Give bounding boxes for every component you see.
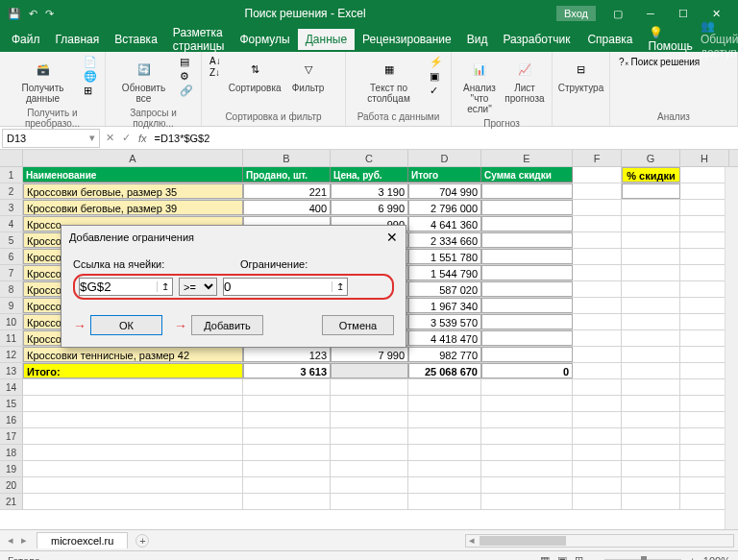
view-normal-icon[interactable]: ▦ [540, 554, 550, 560]
sort-az-icon[interactable]: A↓ [209, 56, 221, 66]
sheet-nav-prev[interactable]: ◂ [4, 534, 17, 547]
tab-help[interactable]: Справка [579, 29, 640, 50]
add-sheet-button[interactable]: + [135, 534, 149, 548]
ribbon-options-icon[interactable]: ▢ [603, 8, 632, 20]
group-label: Работа с данными [354, 111, 443, 122]
tab-developer[interactable]: Разработчик [495, 29, 578, 50]
tab-home[interactable]: Главная [48, 29, 108, 50]
col-header[interactable]: F [573, 150, 622, 166]
save-icon[interactable]: 💾 [8, 8, 21, 20]
zoom-out-icon[interactable]: − [591, 555, 597, 561]
formula-input[interactable] [151, 132, 738, 145]
col-header[interactable]: H [680, 150, 729, 166]
close-icon[interactable]: ✕ [701, 8, 730, 20]
tab-insert[interactable]: Вставка [107, 29, 165, 50]
sort-icon: ⇅ [243, 58, 266, 81]
from-table-icon[interactable]: ⊞ [84, 85, 97, 97]
arrow-annotation: → [73, 318, 86, 333]
cancel-formula-icon[interactable]: ✕ [106, 132, 114, 144]
group-label: Прогноз [459, 118, 544, 129]
view-break-icon[interactable]: ⊞ [575, 554, 583, 560]
fx-icon[interactable]: fx [135, 133, 151, 144]
validation-icon[interactable]: ✓ [430, 85, 443, 97]
col-header[interactable]: B [243, 150, 331, 166]
view-layout-icon[interactable]: ▣ [557, 554, 567, 560]
add-button[interactable]: Добавить [191, 315, 263, 335]
name-box[interactable]: D13▾ [2, 129, 100, 148]
filter-button[interactable]: ▽ Фильтр [289, 56, 328, 95]
group-label: Получить и преобразо... [8, 108, 97, 129]
remove-dup-icon[interactable]: ▣ [430, 70, 443, 83]
zoom-level[interactable]: 100% [703, 555, 730, 561]
group-label: Анализ [618, 111, 729, 122]
tab-review[interactable]: Рецензирование [355, 29, 459, 50]
cancel-button[interactable]: Отмена [322, 315, 394, 335]
login-button[interactable]: Вход [556, 6, 596, 21]
zoom-in-icon[interactable]: + [689, 555, 695, 561]
text-columns-icon: ▦ [378, 58, 401, 81]
structure-button[interactable]: ⊟ Структура [560, 56, 602, 95]
from-text-icon[interactable]: 📄 [84, 56, 97, 68]
dialog-title: Добавление ограничения [69, 231, 194, 243]
links-icon[interactable]: 🔗 [180, 85, 193, 97]
group-label: Сортировка и фильтр [209, 111, 337, 122]
sort-button[interactable]: ⇅ Сортировка [227, 56, 283, 95]
ok-button[interactable]: ОК [90, 315, 162, 335]
tab-data[interactable]: Данные [298, 29, 355, 50]
queries-icon[interactable]: ▤ [180, 56, 193, 68]
undo-icon[interactable]: ↶ [29, 8, 37, 20]
database-icon: 🗃️ [32, 58, 55, 81]
refresh-button[interactable]: 🔄 Обновить все [113, 56, 174, 106]
redo-icon[interactable]: ↷ [45, 8, 54, 20]
add-constraint-dialog: Добавление ограничения ✕ Ссылка на ячейк… [61, 225, 406, 348]
sheet-tab[interactable]: microexcel.ru [37, 532, 128, 548]
col-header[interactable]: G [622, 150, 680, 166]
horizontal-scrollbar[interactable]: ◂ [465, 534, 734, 548]
sort-za-icon[interactable]: Z↓ [209, 67, 221, 78]
accept-formula-icon[interactable]: ✓ [122, 132, 131, 144]
funnel-icon: ▽ [297, 58, 320, 81]
share-button[interactable]: 👥 Общий доступ [701, 19, 738, 60]
constraint-input[interactable]: ↥ [223, 278, 348, 296]
dialog-close-icon[interactable]: ✕ [386, 230, 398, 245]
solver-icon: ?ₓ [619, 57, 628, 67]
get-data-button[interactable]: 🗃️ Получить данные [8, 56, 78, 106]
text-to-columns-button[interactable]: ▦ Текст по столбцам [354, 56, 424, 106]
whatif-icon: 📊 [468, 58, 491, 81]
collapse-icon[interactable]: ↥ [157, 281, 172, 292]
vertical-scrollbar[interactable] [725, 167, 738, 529]
constraint-label: Ограничение: [240, 258, 308, 270]
refresh-icon: 🔄 [133, 58, 156, 81]
sheet-nav-next[interactable]: ▸ [17, 534, 31, 547]
flash-fill-icon[interactable]: ⚡ [430, 56, 443, 68]
status-text: Готово [8, 555, 40, 561]
operator-select[interactable]: >= [179, 278, 217, 296]
tab-view[interactable]: Вид [459, 29, 496, 50]
forecast-icon: 📈 [513, 58, 536, 81]
tab-file[interactable]: Файл [4, 29, 48, 50]
col-header[interactable]: D [408, 150, 481, 166]
group-label: Запросы и подклю... [113, 108, 193, 129]
col-header[interactable]: E [481, 150, 573, 166]
cell-ref-label: Ссылка на ячейки: [73, 258, 186, 270]
collapse-icon[interactable]: ↥ [332, 281, 347, 292]
minimize-icon[interactable]: ─ [636, 8, 665, 20]
arrow-annotation: → [174, 318, 187, 333]
select-all-corner[interactable] [0, 150, 23, 166]
tab-formulas[interactable]: Формулы [232, 29, 297, 50]
col-header[interactable]: C [331, 150, 408, 166]
maximize-icon[interactable]: ☐ [669, 8, 698, 20]
cell-ref-input[interactable]: ↥ [79, 278, 173, 296]
group-icon: ⊟ [570, 58, 593, 81]
properties-icon[interactable]: ⚙ [180, 70, 193, 83]
col-header[interactable]: A [23, 150, 243, 166]
from-web-icon[interactable]: 🌐 [84, 70, 97, 83]
whatif-button[interactable]: 📊 Анализ "что если" [459, 56, 500, 116]
forecast-button[interactable]: 📈 Лист прогноза [505, 56, 544, 106]
app-title: Поиск решения - Excel [54, 7, 556, 20]
